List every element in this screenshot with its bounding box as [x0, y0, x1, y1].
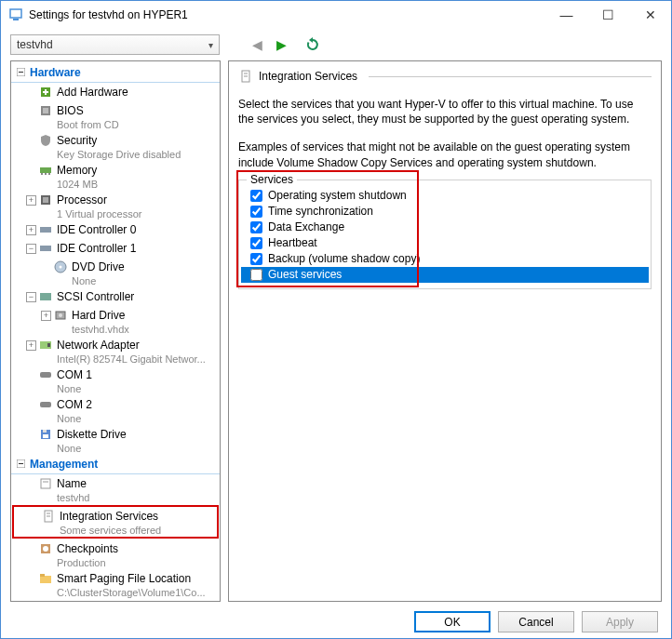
svg-rect-29 [43, 434, 48, 438]
tree-scsi[interactable]: −SCSI Controller [11, 287, 220, 306]
serial-port-icon [38, 367, 53, 382]
svg-rect-15 [43, 197, 48, 203]
svg-rect-9 [43, 108, 48, 113]
checkpoint-icon [38, 541, 53, 556]
service-checkbox[interactable] [250, 190, 262, 202]
tree-dvd[interactable]: DVD Drive None [11, 258, 220, 287]
svg-rect-28 [43, 430, 47, 433]
tree-processor[interactable]: +Processor 1 Virtual processor [11, 191, 220, 220]
cancel-button[interactable]: Cancel [498, 611, 574, 632]
tree-hdd[interactable]: +Hard Drive testvhd.vhdx [11, 306, 220, 336]
svg-rect-10 [40, 167, 51, 173]
vm-dropdown[interactable]: testvhd ▾ [10, 34, 220, 55]
document-icon [41, 509, 56, 524]
tree-checkpoints[interactable]: Checkpoints Production [11, 539, 220, 569]
svg-rect-12 [45, 173, 47, 175]
tree-integration-services[interactable]: Integration Services Some services offer… [12, 505, 219, 539]
svg-rect-32 [41, 479, 50, 488]
divider [369, 76, 652, 77]
tree-paging[interactable]: Smart Paging File Location C:\ClusterSto… [11, 569, 220, 599]
service-row-4[interactable]: Backup (volume shadow copy) [241, 251, 649, 267]
add-hardware-icon [38, 85, 53, 100]
tree-add-hardware[interactable]: Add Hardware [11, 83, 220, 101]
tree-com2[interactable]: COM 2 None [11, 395, 220, 425]
svg-rect-25 [40, 372, 51, 378]
detail-panel: Integration Services Select the services… [228, 60, 662, 602]
tree-security[interactable]: Security Key Storage Drive disabled [11, 131, 220, 161]
panel-header: Integration Services [238, 69, 652, 84]
maximize-button[interactable]: ☐ [587, 1, 629, 29]
service-checkbox[interactable] [250, 237, 262, 249]
service-checkbox[interactable] [250, 221, 262, 233]
panel-description-2: Examples of services that might not be a… [238, 140, 652, 169]
svg-rect-16 [40, 227, 51, 233]
floppy-icon [38, 427, 53, 442]
service-label: Heartbeat [268, 236, 317, 249]
nav-back-button[interactable]: ◀ [248, 35, 266, 54]
refresh-button[interactable] [303, 35, 322, 54]
svg-point-38 [43, 546, 48, 552]
tree-ide1[interactable]: −IDE Controller 1 [11, 239, 220, 258]
management-header[interactable]: Management [11, 455, 220, 474]
disc-icon [53, 260, 68, 274]
collapse-icon[interactable]: − [26, 244, 36, 254]
svg-rect-11 [41, 173, 43, 175]
service-label: Backup (volume shadow copy) [268, 252, 420, 265]
titlebar: Settings for testvhd on HYPER1 — ☐ ✕ [1, 1, 671, 29]
svg-rect-26 [40, 402, 51, 407]
chevron-down-icon: ▾ [208, 40, 213, 50]
window-controls: — ☐ ✕ [545, 1, 671, 29]
nav-forward-button[interactable]: ▶ [272, 35, 290, 54]
service-checkbox[interactable] [250, 206, 262, 218]
svg-point-19 [60, 266, 62, 269]
service-checkbox[interactable] [250, 269, 262, 281]
settings-tree[interactable]: Hardware Add Hardware BIOS Boot from CD … [10, 60, 221, 602]
panel-description-1: Select the services that you want Hyper-… [238, 97, 652, 126]
close-button[interactable]: ✕ [629, 1, 671, 29]
toolbar: testvhd ▾ ◀ ▶ [1, 29, 671, 60]
service-row-0[interactable]: Operating system shutdown [241, 188, 649, 204]
minimize-button[interactable]: — [545, 1, 587, 29]
cpu-icon [38, 193, 53, 207]
tree-memory[interactable]: Memory 1024 MB [11, 161, 220, 191]
collapse-icon[interactable]: − [26, 292, 36, 302]
tree-name[interactable]: Name testvhd [11, 474, 220, 504]
svg-rect-13 [48, 173, 50, 175]
expand-icon[interactable]: + [26, 195, 36, 206]
ok-button[interactable]: OK [414, 611, 491, 632]
expand-icon[interactable]: + [26, 225, 36, 235]
tree-ide0[interactable]: +IDE Controller 0 [11, 220, 220, 239]
tree-bios[interactable]: BIOS Boot from CD [11, 101, 220, 131]
service-row-5[interactable]: Guest services [241, 267, 649, 283]
service-row-1[interactable]: Time synchronization [241, 204, 649, 220]
svg-rect-39 [40, 576, 51, 583]
shield-icon [38, 133, 53, 148]
expand-icon[interactable]: + [26, 340, 36, 351]
svg-rect-1 [13, 19, 19, 20]
controller-icon [38, 241, 53, 256]
tree-com1[interactable]: COM 1 None [11, 366, 220, 395]
service-label: Operating system shutdown [268, 189, 407, 202]
collapse-icon [17, 459, 25, 468]
panel-title: Integration Services [259, 70, 357, 83]
service-row-3[interactable]: Heartbeat [241, 235, 649, 251]
label-icon [38, 476, 53, 491]
apply-button[interactable]: Apply [582, 611, 658, 632]
window-title: Settings for testvhd on HYPER1 [29, 8, 545, 21]
tree-network[interactable]: +Network Adapter Intel(R) 82574L Gigabit… [11, 336, 220, 366]
svg-rect-7 [43, 91, 48, 93]
hardware-header[interactable]: Hardware [11, 63, 220, 83]
hdd-icon [53, 308, 68, 323]
expand-icon[interactable]: + [41, 311, 51, 321]
services-group: Services Operating system shutdownTime s… [238, 180, 652, 289]
app-icon [8, 7, 23, 22]
chip-icon [38, 103, 53, 118]
collapse-icon [17, 68, 25, 76]
nic-icon [38, 338, 53, 353]
memory-icon [38, 163, 53, 178]
svg-rect-40 [40, 574, 45, 577]
service-row-2[interactable]: Data Exchange [241, 220, 649, 235]
tree-diskette[interactable]: Diskette Drive None [11, 425, 220, 455]
service-checkbox[interactable] [250, 253, 262, 265]
folder-icon [38, 571, 53, 586]
